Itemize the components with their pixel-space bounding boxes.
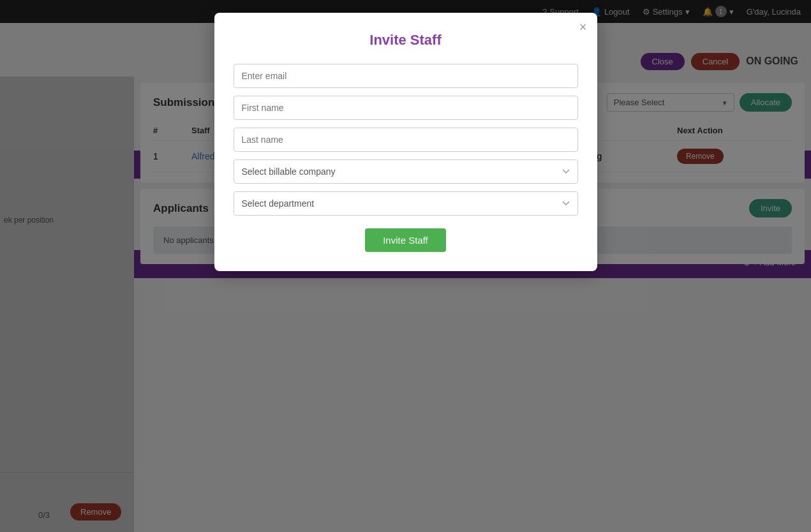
modal-title: Invite Staff xyxy=(234,32,578,48)
email-input[interactable] xyxy=(234,64,578,88)
invite-staff-modal: × Invite Staff Select billable company S… xyxy=(214,13,597,271)
department-select[interactable]: Select department xyxy=(234,191,578,216)
invite-staff-button[interactable]: Invite Staff xyxy=(365,228,446,252)
last-name-input[interactable] xyxy=(234,128,578,152)
billable-company-select[interactable]: Select billable company xyxy=(234,159,578,184)
first-name-input[interactable] xyxy=(234,96,578,120)
modal-overlay: × Invite Staff Select billable company S… xyxy=(0,0,811,532)
modal-close-button[interactable]: × xyxy=(579,20,587,33)
